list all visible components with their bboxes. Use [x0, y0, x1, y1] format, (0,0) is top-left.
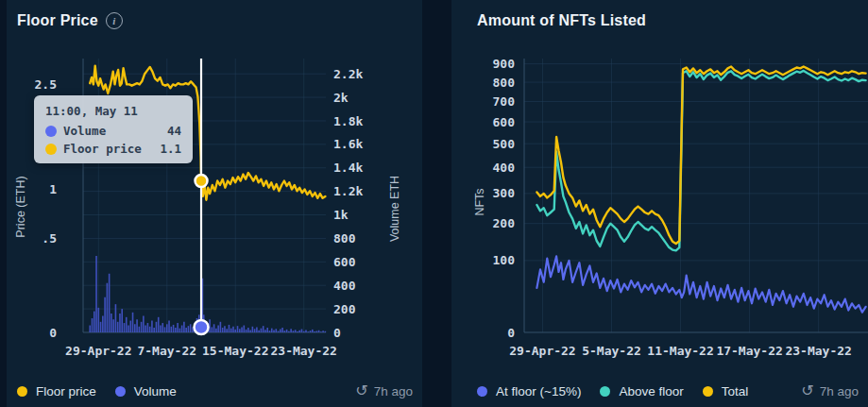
x-tick-label: 29-Apr-22: [509, 344, 575, 358]
legend-item-total[interactable]: Total: [703, 384, 749, 399]
tooltip-time: 11:00, May 11: [45, 104, 181, 118]
info-icon[interactable]: i: [106, 12, 123, 29]
volume-bars: [90, 256, 325, 332]
total-legend-dot-icon: [703, 386, 713, 397]
y-tick-label: 2.2k: [333, 67, 363, 81]
y-tick-label: 600: [493, 115, 516, 129]
y-tick-label: 200: [493, 216, 516, 230]
x-tick-label: 15-May-22: [202, 344, 268, 358]
x-tick-label: 5-May-22: [582, 344, 641, 358]
floor-price-panel: Floor Price i Price (ETH) Volume ETH 2.5…: [7, 0, 422, 407]
tooltip-row-volume: Volume 44: [45, 124, 181, 138]
updated-text: 7h ago: [374, 384, 413, 399]
tooltip-floor-label: Floor price: [63, 142, 142, 156]
y-tick-label: 400: [493, 161, 516, 175]
page-title: Floor Price: [17, 12, 98, 29]
legend-label-above-floor: Above floor: [619, 384, 683, 399]
crosshair-marker: [195, 320, 209, 334]
y-tick-label: 0: [333, 326, 341, 340]
legend-label-at-floor: At floor (~15%): [496, 384, 581, 399]
chart-tooltip: 11:00, May 11 Volume 44 Floor price 1.1: [34, 95, 193, 163]
tooltip-row-floor-price: Floor price 1.1: [45, 142, 181, 156]
x-tick-label: 17-May-22: [716, 344, 782, 358]
y-tick-label: 800: [493, 76, 516, 90]
x-tick-label: 29-Apr-22: [65, 344, 131, 358]
legend-item-volume[interactable]: Volume: [115, 384, 177, 399]
y-tick-label: 1.6k: [333, 137, 363, 151]
volume-dot-icon: [45, 126, 57, 137]
legend-item-above-floor[interactable]: Above floor: [600, 384, 683, 399]
nfts-listed-header: Amount of NFTs Listed: [477, 12, 646, 29]
y-tick-label: 400: [333, 279, 356, 293]
floor-price-dot-icon: [45, 144, 57, 155]
y-tick-label: 2k: [333, 91, 349, 105]
tooltip-volume-value: 44: [167, 124, 181, 138]
updated-text: 7h ago: [820, 384, 859, 399]
tooltip-volume-label: Volume: [63, 124, 106, 138]
x-tick-label: 23-May-22: [270, 344, 336, 358]
crosshair-marker: [196, 175, 208, 187]
tooltip-floor-value: 1.1: [160, 142, 181, 156]
y-tick-label: 0: [49, 326, 57, 340]
page-title: Amount of NFTs Listed: [477, 12, 646, 29]
legend-label-floor-price: Floor price: [36, 384, 96, 399]
total-line: [536, 67, 865, 245]
history-icon: ↺: [801, 383, 813, 399]
y-tick-label: .5: [42, 231, 57, 246]
at-floor-legend-dot-icon: [477, 386, 487, 397]
y-tick-label: 1k: [333, 208, 349, 222]
y-tick-label: 800: [333, 231, 356, 246]
above-floor-legend-dot-icon: [600, 386, 610, 397]
legend-label-volume: Volume: [134, 384, 177, 399]
nfts-listed-panel: Amount of NFTs Listed NFTs 9008007006005…: [451, 0, 868, 407]
y-tick-label: 1.4k: [333, 161, 363, 175]
y-tick-label: 2.5: [35, 77, 57, 92]
y-tick-label: 900: [493, 57, 516, 71]
x-tick-label: 7-May-22: [137, 344, 196, 358]
floor-price-legend: Floor price Volume ↺ 7h ago: [17, 383, 413, 399]
floor-price-header: Floor Price i: [17, 12, 123, 29]
y-tick-label: 300: [493, 186, 516, 200]
y-tick-label: 1: [49, 182, 57, 196]
last-updated: ↺ 7h ago: [355, 383, 413, 399]
legend-item-at-floor[interactable]: At floor (~15%): [477, 384, 581, 399]
floor-price-legend-dot-icon: [17, 386, 27, 397]
legend-item-floor-price[interactable]: Floor price: [17, 384, 96, 399]
floor-price-chart[interactable]: 2.51.502.2k2k1.8k1.6k1.4k1.2k1k800600400…: [7, 0, 422, 407]
y-tick-label: 1.8k: [333, 114, 363, 128]
nfts-listed-legend: At floor (~15%) Above floor Total ↺ 7h a…: [477, 383, 859, 399]
x-tick-label: 23-May-22: [785, 344, 851, 358]
y-tick-label: 200: [333, 302, 356, 316]
y-tick-label: 1.2k: [333, 184, 363, 198]
at-floor-15--line: [536, 256, 865, 312]
y-tick-label: 700: [493, 94, 516, 109]
x-tick-label: 11-May-22: [647, 344, 713, 358]
y-tick-label: 500: [493, 137, 516, 151]
volume-legend-dot-icon: [115, 386, 126, 397]
y-tick-label: 600: [333, 255, 356, 269]
y-tick-label: 0: [507, 326, 515, 340]
nfts-listed-chart[interactable]: 900800700600500400300200100029-Apr-225-M…: [451, 0, 868, 407]
legend-label-total: Total: [722, 384, 749, 399]
history-icon: ↺: [355, 383, 367, 399]
last-updated: ↺ 7h ago: [801, 383, 859, 399]
y-tick-label: 100: [493, 253, 516, 267]
